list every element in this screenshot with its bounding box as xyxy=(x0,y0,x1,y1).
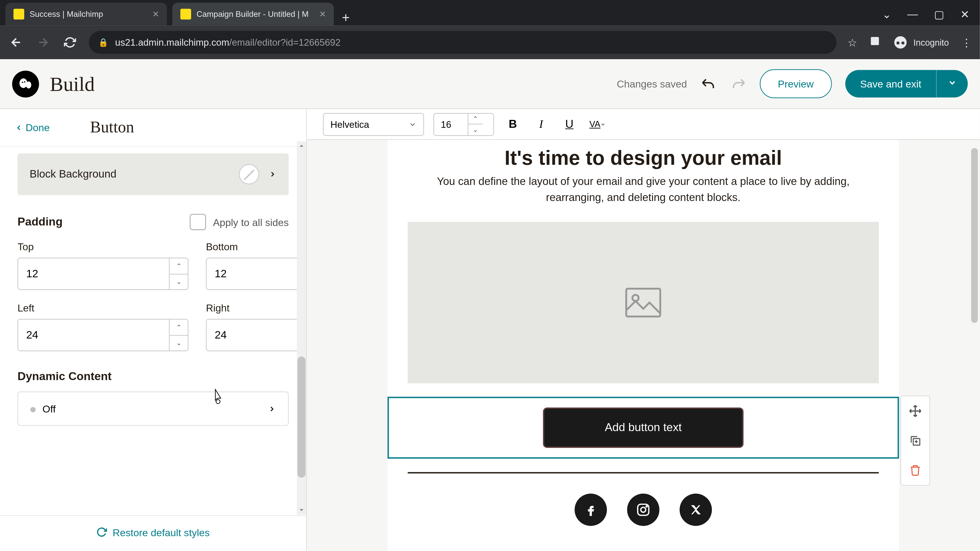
email-cta-button[interactable]: Add button text xyxy=(543,408,744,448)
step-down-button[interactable]: ⌄ xyxy=(170,335,188,351)
app-header: Build Changes saved Preview Save and exi… xyxy=(0,59,980,109)
minimize-icon[interactable]: — xyxy=(907,8,918,20)
mailchimp-logo[interactable] xyxy=(12,70,39,97)
close-window-icon[interactable]: ✕ xyxy=(960,8,969,21)
browser-tab-strip: Success | Mailchimp × Campaign Builder -… xyxy=(0,0,980,25)
scroll-thumb[interactable] xyxy=(971,148,978,323)
color-swatch-none xyxy=(239,164,259,184)
padding-top-input[interactable]: ⌃⌄ xyxy=(18,258,189,290)
back-button[interactable] xyxy=(8,34,24,50)
redo-button[interactable] xyxy=(730,76,746,92)
svg-rect-0 xyxy=(871,37,879,45)
properties-sidebar: Done Button Block Background Padding App… xyxy=(0,109,307,551)
address-bar[interactable]: 🔒 us21.admin.mailchimp.com/email/editor?… xyxy=(89,31,837,54)
page-title: Build xyxy=(50,72,95,95)
save-exit-button[interactable]: Save and exit xyxy=(845,70,936,97)
text-format-toolbar: Helvetica ⌃⌄ B I U VA xyxy=(307,109,980,140)
delete-block-button[interactable] xyxy=(901,455,929,485)
letter-spacing-button[interactable]: VA xyxy=(588,115,607,134)
email-canvas-area: Helvetica ⌃⌄ B I U VA It's time to desig… xyxy=(307,109,980,551)
italic-button[interactable]: I xyxy=(531,115,550,134)
bookmark-icon[interactable]: ☆ xyxy=(848,36,857,49)
step-up-button[interactable]: ⌃ xyxy=(170,259,188,274)
block-action-toolbar xyxy=(900,395,930,486)
forward-button[interactable] xyxy=(35,34,51,50)
status-dot-off-icon xyxy=(30,407,36,412)
facebook-icon[interactable] xyxy=(575,494,607,526)
refresh-icon xyxy=(97,527,107,537)
mailchimp-favicon xyxy=(14,9,24,19)
incognito-badge[interactable]: Incognito xyxy=(893,35,949,50)
block-background-row[interactable]: Block Background xyxy=(18,153,289,195)
chevron-left-icon xyxy=(15,124,23,132)
underline-button[interactable]: U xyxy=(560,115,579,134)
padding-bottom-label: Bottom xyxy=(206,241,306,252)
divider-block[interactable] xyxy=(408,472,879,473)
duplicate-block-button[interactable] xyxy=(901,426,929,455)
browser-toolbar: 🔒 us21.admin.mailchimp.com/email/editor?… xyxy=(0,25,980,59)
svg-point-6 xyxy=(22,81,23,83)
url-text: us21.admin.mailchimp.com/email/editor?id… xyxy=(115,37,340,48)
panel-title: Button xyxy=(90,118,134,137)
lock-icon: 🔒 xyxy=(98,38,108,47)
done-link[interactable]: Done xyxy=(15,122,50,133)
move-icon xyxy=(908,404,922,418)
step-up-button[interactable]: ⌃ xyxy=(170,320,188,335)
sidebar-scrollbar[interactable] xyxy=(297,141,306,515)
scroll-down-icon xyxy=(297,505,306,514)
social-block[interactable] xyxy=(388,494,899,526)
chevron-right-icon xyxy=(268,405,276,413)
chevron-down-icon xyxy=(409,120,417,128)
svg-point-5 xyxy=(19,78,27,88)
apply-all-sides-checkbox[interactable]: Apply to all sides xyxy=(190,214,289,230)
undo-button[interactable] xyxy=(700,76,716,92)
scroll-thumb[interactable] xyxy=(298,357,306,478)
trash-icon xyxy=(909,464,921,476)
duplicate-icon xyxy=(909,435,921,447)
preview-button[interactable]: Preview xyxy=(759,69,832,98)
maximize-icon[interactable]: ▢ xyxy=(934,8,944,21)
email-heading[interactable]: It's time to design your email xyxy=(388,140,899,173)
svg-point-8 xyxy=(26,81,32,88)
padding-top-label: Top xyxy=(18,241,189,252)
scroll-up-icon xyxy=(297,141,306,151)
padding-left-input[interactable]: ⌃⌄ xyxy=(18,319,189,351)
step-down-button[interactable]: ⌄ xyxy=(468,124,482,135)
bold-button[interactable]: B xyxy=(503,115,522,134)
step-down-button[interactable]: ⌄ xyxy=(170,274,188,289)
move-block-button[interactable] xyxy=(901,396,929,426)
svg-point-3 xyxy=(902,41,905,44)
tab-title: Campaign Builder - Untitled | M xyxy=(197,10,309,19)
image-icon xyxy=(625,287,662,318)
reload-button[interactable] xyxy=(62,34,78,50)
image-placeholder-block[interactable] xyxy=(408,222,879,383)
button-block-selected[interactable]: Add button text xyxy=(388,397,899,459)
step-up-button[interactable]: ⌃ xyxy=(468,113,482,124)
svg-point-2 xyxy=(897,41,900,44)
font-size-input[interactable]: ⌃⌄ xyxy=(433,113,494,136)
menu-icon[interactable]: ⋮ xyxy=(961,36,972,49)
checkbox-icon xyxy=(190,214,206,230)
email-subtitle[interactable]: You can define the layout of your email … xyxy=(388,173,899,222)
font-family-select[interactable]: Helvetica xyxy=(323,113,424,136)
padding-left-label: Left xyxy=(18,302,189,313)
new-tab-button[interactable]: + xyxy=(334,10,358,26)
save-dropdown-button[interactable] xyxy=(936,70,968,97)
chevron-down-icon[interactable]: ⌄ xyxy=(882,8,891,21)
canvas-scrollbar[interactable] xyxy=(969,140,978,551)
padding-bottom-input[interactable]: ⌃⌄ xyxy=(206,258,306,290)
extensions-icon[interactable] xyxy=(869,35,881,50)
browser-tab[interactable]: Success | Mailchimp × xyxy=(5,3,167,26)
svg-point-1 xyxy=(894,36,907,48)
svg-point-14 xyxy=(646,506,648,507)
padding-right-label: Right xyxy=(206,302,306,313)
tab-title: Success | Mailchimp xyxy=(30,10,103,19)
x-twitter-icon[interactable] xyxy=(679,494,712,526)
browser-tab-active[interactable]: Campaign Builder - Untitled | M × xyxy=(172,3,334,26)
restore-defaults-link[interactable]: Restore default styles xyxy=(97,526,210,538)
tab-close-icon[interactable]: × xyxy=(320,8,326,20)
tab-close-icon[interactable]: × xyxy=(153,8,159,20)
padding-right-input[interactable]: ⌃⌄ xyxy=(206,319,306,351)
dynamic-content-row[interactable]: Off xyxy=(18,392,289,426)
instagram-icon[interactable] xyxy=(627,494,660,526)
